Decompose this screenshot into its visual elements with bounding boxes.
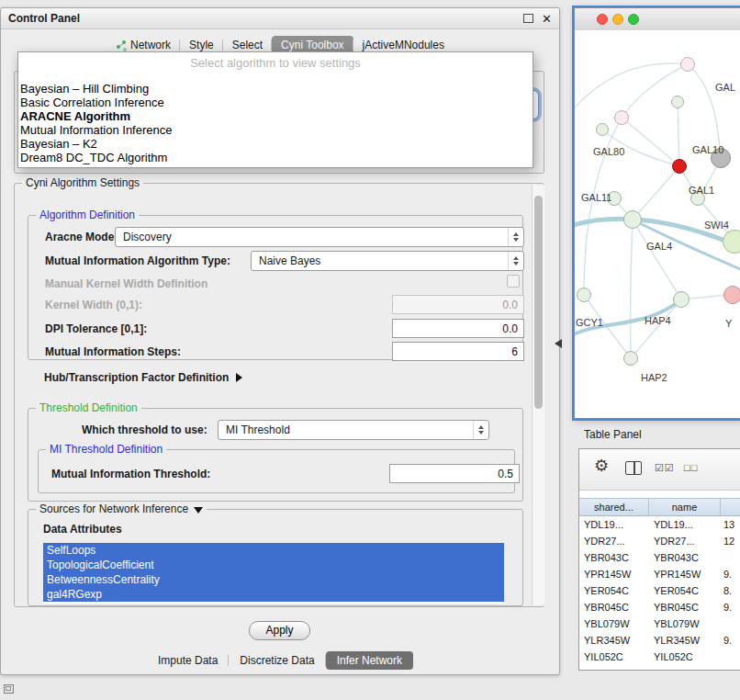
control-panel-title: Control Panel	[8, 12, 80, 25]
settings-group-title: Cyni Algorithm Settings	[22, 176, 143, 189]
algorithm-option-mutual-information-inference[interactable]: Mutual Information Inference	[18, 123, 533, 137]
window-grip-icon[interactable]	[4, 684, 14, 694]
select-all-columns-icon[interactable]: ☑☑	[655, 462, 675, 474]
aracne-mode-select[interactable]: Discovery	[115, 227, 524, 247]
table-panel: ⚙ ☑☑ □□ shared...name YDL19...YDL19...13…	[578, 448, 740, 671]
mi-threshold-field[interactable]	[389, 464, 520, 483]
zoom-traffic-icon[interactable]	[628, 14, 639, 25]
minimize-traffic-icon[interactable]	[612, 14, 623, 25]
attribute-option-selfloops[interactable]: SelfLoops	[43, 543, 504, 558]
network-node[interactable]	[673, 291, 690, 308]
attribute-option-topologicalcoefficient[interactable]: TopologicalCoefficient	[43, 558, 504, 572]
close-icon[interactable]: ✕	[542, 13, 552, 25]
algorithm-option-bayesian-k2[interactable]: Bayesian – K2	[18, 137, 533, 151]
settings-scrollbar-thumb[interactable]	[534, 196, 543, 409]
network-node[interactable]	[680, 57, 695, 72]
bottom-tab-bar: Impute DataDiscretize DataInfer Network	[1, 651, 559, 670]
table-cell: 8.	[721, 585, 740, 596]
column-header-1[interactable]: name	[649, 499, 721, 515]
network-node[interactable]	[596, 123, 609, 136]
algorithm-option-list: Bayesian – Hill ClimbingBasic Correlatio…	[18, 82, 533, 164]
settings-scrollbar[interactable]	[532, 185, 544, 605]
table-header-row: shared...name	[579, 498, 740, 516]
network-node[interactable]	[723, 286, 740, 304]
table-row[interactable]: YDR27...YDR27...12	[579, 533, 740, 549]
combo-arrows-icon	[508, 252, 523, 270]
kernel-width-field[interactable]	[392, 295, 524, 314]
manual-kernel-checkbox[interactable]	[507, 275, 520, 288]
float-window-icon[interactable]	[523, 14, 533, 23]
mi-steps-label: Mutual Information Steps:	[45, 345, 181, 358]
algorithm-option-aracne-algorithm[interactable]: ARACNE Algorithm	[18, 109, 533, 123]
splitter-collapse-icon[interactable]	[555, 339, 562, 348]
table-cell: YBR045C	[579, 602, 649, 613]
algorithm-option-basic-correlation-inference[interactable]: Basic Correlation Inference	[18, 96, 533, 109]
table-cell: YER054C	[649, 585, 721, 596]
expanded-arrow-icon	[194, 507, 203, 514]
tab-infer-network[interactable]: Infer Network	[326, 651, 413, 670]
network-node[interactable]	[671, 96, 684, 108]
kernel-width-label: Kernel Width (0,1):	[45, 299, 142, 311]
table-cell: YBR045C	[649, 602, 721, 613]
which-threshold-value: MI Threshold	[219, 423, 473, 436]
table-cell: YDL19...	[579, 519, 649, 530]
aracne-mode-label: Aracne Mode:	[45, 231, 118, 243]
combo-arrows-icon	[473, 421, 488, 439]
table-cell: YDL19...	[649, 519, 721, 530]
table-cell: YBL079W	[649, 618, 721, 629]
network-node[interactable]	[623, 210, 642, 229]
network-node[interactable]	[577, 288, 591, 302]
tab-discretize-data[interactable]: Discretize Data	[229, 651, 325, 670]
attribute-option-gal4rgexp[interactable]: gal4RGexp	[43, 587, 504, 602]
apply-button[interactable]: Apply	[249, 621, 310, 640]
table-cell: YBR043C	[649, 552, 721, 563]
table-cell: 12	[721, 536, 740, 547]
cyni-algorithm-settings-group: Cyni Algorithm Settings Algorithm Defini…	[14, 183, 544, 607]
table-row[interactable]: YER054CYER054C8.	[579, 582, 740, 599]
column-header-0[interactable]: shared...	[579, 499, 649, 515]
deselect-all-columns-icon[interactable]: □□	[684, 462, 698, 473]
table-row[interactable]: YDL19...YDL19...13	[579, 516, 740, 533]
mi-steps-field[interactable]	[392, 342, 524, 361]
network-node-label: GAL80	[593, 146, 624, 157]
network-node[interactable]	[623, 351, 638, 366]
dpi-tolerance-field[interactable]	[392, 319, 524, 338]
algorithm-option-bayesian-hill-climbing[interactable]: Bayesian – Hill Climbing	[18, 82, 533, 96]
mi-type-select[interactable]: Naive Bayes	[251, 251, 524, 271]
gear-icon[interactable]: ⚙	[594, 457, 609, 474]
table-cell: 9.	[721, 635, 740, 646]
sources-group-title[interactable]: Sources for Network Inference	[36, 502, 207, 515]
close-traffic-icon[interactable]	[597, 14, 608, 25]
network-node[interactable]	[723, 230, 740, 254]
network-node[interactable]	[614, 110, 629, 125]
screen: Control Panel ✕ NetworkStyleSelectCyni T…	[0, 0, 740, 700]
algorithm-definition-group: Algorithm Definition Aracne Mode: Discov…	[28, 215, 523, 360]
network-node[interactable]	[672, 159, 687, 174]
network-canvas[interactable]: GALGAL80GAL10GAL11GAL1SWI4GAL4GCY1HAP4HA…	[575, 30, 740, 418]
which-threshold-select[interactable]: MI Threshold	[218, 420, 489, 440]
table-row[interactable]: YBR045CYBR045C9.	[579, 599, 740, 615]
tab-impute-data[interactable]: Impute Data	[147, 651, 229, 670]
columns-icon[interactable]	[625, 461, 642, 475]
network-view-window: GALGAL80GAL10GAL11GAL1SWI4GAL4GCY1HAP4HA…	[574, 7, 740, 419]
network-node-label: SWI4	[704, 220, 729, 231]
table-row[interactable]: YIL052CYIL052C	[579, 649, 740, 665]
combo-arrows-icon	[508, 228, 523, 246]
tab-label: Style	[189, 39, 214, 51]
data-attributes-list: SelfLoopsTopologicalCoefficientBetweenne…	[43, 543, 504, 604]
hub-definition-toggle[interactable]: Hub/Transcription Factor Definition	[44, 371, 242, 384]
table-row[interactable]: YBL079WYBL079W	[579, 615, 740, 632]
collapsed-arrow-icon	[236, 373, 242, 382]
table-row[interactable]: YPR145WYPR145W9.	[579, 566, 740, 582]
network-node-label: Y	[725, 318, 732, 329]
tab-label: jActiveMNodules	[363, 39, 444, 51]
attribute-option-betweennesscentrality[interactable]: BetweennessCentrality	[43, 572, 504, 587]
table-row[interactable]: YLR345WYLR345W9.	[579, 632, 740, 649]
algorithm-option-dream8-dc-tdc-algorithm[interactable]: Dream8 DC_TDC Algorithm	[18, 151, 533, 164]
tab-label: Network	[130, 39, 171, 51]
column-header-2[interactable]	[721, 499, 740, 515]
control-panel-titlebar: Control Panel ✕	[1, 8, 559, 29]
table-row[interactable]: YBR043CYBR043C	[579, 549, 740, 566]
mi-type-label: Mutual Information Algorithm Type:	[45, 254, 230, 267]
algorithm-definition-title: Algorithm Definition	[36, 209, 139, 221]
